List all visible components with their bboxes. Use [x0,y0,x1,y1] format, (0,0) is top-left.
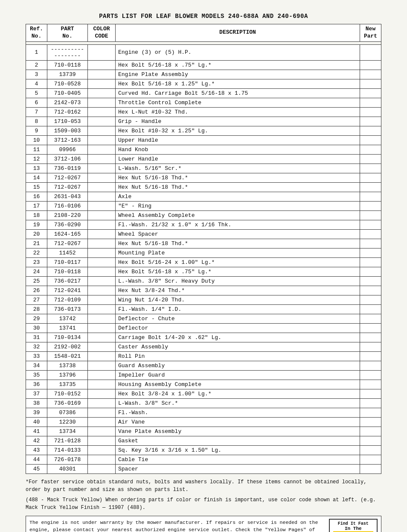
cell-new-part [360,117,381,126]
asterisk-note: *For faster service obtain standard nuts… [26,478,381,494]
cell-color [88,192,116,201]
cell-new-part [360,239,381,248]
table-row: 3413738Guard Assembly [26,361,381,370]
table-row: 17716-0106"E" - Ring [26,201,381,210]
cell-description: Mounting Plate [116,248,360,257]
cell-color [88,79,116,88]
table-row: 37710-0152Hex Bolt 3/8-24 x 1.00" Lg.* [26,389,381,398]
header-part: PARTNo. [47,24,88,42]
cell-ref: 41 [26,427,47,436]
cell-ref: 8 [26,117,47,126]
cell-ref: 40 [26,417,47,427]
cell-description: Hex Bolt 5/16-18 x 1.25" Lg.* [116,79,360,88]
cell-part: 712-0162 [47,107,88,117]
cell-part: 710-0118 [47,60,88,70]
cell-part: 736-0290 [47,220,88,229]
cell-part: 710-0152 [47,389,88,398]
cell-description: Hex Bolt #10-32 x 1.25" Lg. [116,126,360,135]
cell-description: Wheel Spacer [116,229,360,239]
yellow-pages-box: Find It Fast In The Yellow Pages [329,519,378,532]
cell-color [88,361,116,370]
cell-ref: 11 [26,145,47,154]
cell-new-part [360,248,381,257]
cell-color [88,154,116,164]
cell-part: 710-0528 [47,79,88,88]
cell-ref: 39 [26,408,47,417]
cell-color [88,389,116,398]
cell-part: 736-0119 [47,164,88,173]
cell-description: Roll Pin [116,351,360,361]
cell-description: Grip - Handle [116,117,360,126]
cell-part: 1548-021 [47,351,88,361]
cell-ref: 21 [26,239,47,248]
cell-description: Deflector [116,323,360,333]
header-color: COLORCODE [88,24,116,42]
cell-color [88,107,116,117]
table-row: 43714-0133Sq. Key 3/16 x 3/16 x 1.50" Lg… [26,445,381,455]
cell-description: Engine (3) or (5) H.P. [116,44,360,60]
table-row: 3613735Housing Assembly Complete [26,380,381,389]
cell-new-part [360,107,381,117]
table-row: 2211452Mounting Plate [26,248,381,257]
cell-description: Hex Nut 5/16-18 Thd.* [116,239,360,248]
cell-part: 710-0118 [47,267,88,276]
table-row: 14712-0267Hex Nut 5/16-18 Thd.* [26,173,381,182]
cell-color [88,380,116,389]
cell-new-part [360,427,381,436]
cell-ref: 24 [26,267,47,276]
cell-part: 712-0109 [47,295,88,304]
cell-description: Curved Hd. Carriage Bolt 5/16-18 x 1.75 [116,88,360,98]
cell-ref: 32 [26,342,47,351]
cell-part: 13734 [47,427,88,436]
cell-new-part [360,192,381,201]
cell-description: Carriage Bolt 1/4-20 x .62" Lg. [116,333,360,342]
cell-color [88,276,116,286]
cell-description: Lower Handle [116,154,360,164]
cell-color [88,70,116,79]
cell-new-part [360,44,381,60]
table-row: 322192-002Caster Assembly [26,342,381,351]
cell-ref: 6 [26,98,47,107]
cell-part: 13742 [47,314,88,323]
cell-part: 736-0217 [47,276,88,286]
table-row: 4012230Air Vane [26,417,381,427]
cell-ref: 37 [26,389,47,398]
table-row: 3513796Impeller Guard [26,370,381,380]
cell-ref: 28 [26,304,47,314]
cell-color [88,257,116,267]
cell-part: 726-0178 [47,455,88,464]
cell-part: ------------------ [47,44,88,60]
cell-part: 736-0169 [47,398,88,408]
cell-new-part [360,464,381,474]
cell-new-part [360,135,381,145]
cell-ref: 27 [26,295,47,304]
page-title: PARTS LIST FOR LEAF BLOWER MODELS 240-68… [26,13,381,20]
cell-new-part [360,445,381,455]
cell-color [88,135,116,145]
cell-ref: 26 [26,286,47,295]
cell-description: Hex Nut 3/8-24 Thd.* [116,286,360,295]
cell-new-part [360,436,381,445]
table-row: 162631-043Axle [26,192,381,201]
cell-part: 13739 [47,70,88,79]
cell-part: 13741 [47,323,88,333]
cell-new-part [360,417,381,427]
cell-new-part [360,145,381,154]
cell-description: Fl.-Wash. 21/32 x 1.0" x 1/16 Thk. [116,220,360,229]
cell-color [88,267,116,276]
cell-ref: 5 [26,88,47,98]
cell-ref: 22 [26,248,47,257]
cell-description: Caster Assembly [116,342,360,351]
cell-description: Housing Assembly Complete [116,380,360,389]
cell-description: Spacer [116,464,360,474]
cell-ref: 33 [26,351,47,361]
cell-color [88,126,116,135]
cell-description: Hand Knob [116,145,360,154]
cell-ref: 12 [26,154,47,164]
cell-part: 07386 [47,408,88,417]
cell-color [88,88,116,98]
cell-part: 13796 [47,370,88,380]
cell-description: Guard Assembly [116,361,360,370]
cell-color [88,220,116,229]
cell-color [88,182,116,192]
